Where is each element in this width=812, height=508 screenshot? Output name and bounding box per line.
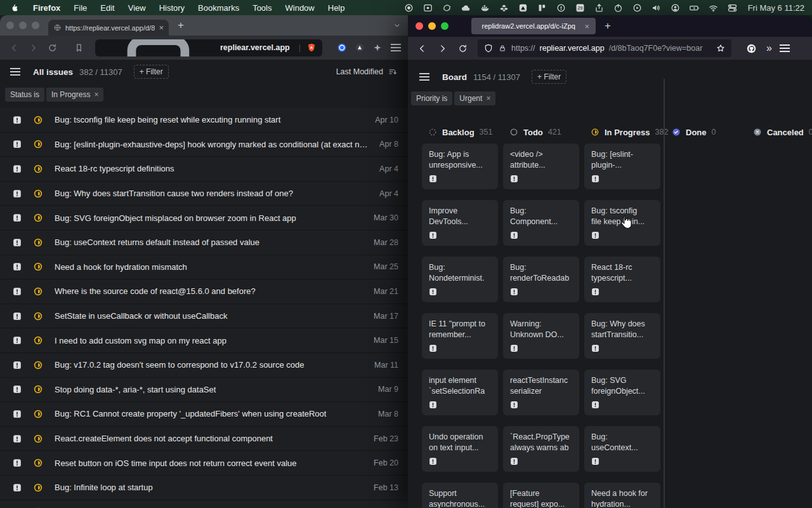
reload-button[interactable] — [455, 41, 470, 56]
zoom-window-button[interactable] — [441, 22, 449, 30]
bookmark-icon[interactable] — [71, 40, 86, 55]
issue-card[interactable]: Need a hook forhydration... — [584, 483, 660, 508]
issue-row[interactable]: SetState in useCallback or without useCa… — [0, 304, 408, 329]
back-button[interactable] — [6, 40, 22, 55]
issue-card[interactable]: IE 11 "prompt toremember... — [422, 313, 498, 359]
issue-card[interactable]: Undo operationon text input... — [422, 426, 498, 472]
cloud-icon[interactable] — [461, 3, 471, 13]
browser-menu-button[interactable] — [780, 44, 790, 52]
dropbox-icon[interactable] — [499, 3, 509, 13]
menu-history[interactable]: History — [159, 3, 185, 13]
close-window-button[interactable] — [416, 22, 423, 30]
docker-icon[interactable] — [480, 3, 490, 13]
issue-row[interactable]: Bug: tsconfig file keep being reset whil… — [0, 108, 408, 133]
issue-row[interactable]: Need a hook for hydration mismatchMar 25 — [0, 255, 408, 280]
tracking-protection-shield-icon[interactable] — [483, 43, 494, 53]
back-button[interactable] — [414, 41, 429, 56]
minimize-window-button[interactable] — [19, 22, 27, 29]
power-icon[interactable] — [613, 3, 624, 13]
filter-value-chip[interactable]: Urgent × — [454, 91, 495, 105]
extensions-icon[interactable] — [370, 41, 384, 55]
issue-row[interactable]: [DevTools Bug] Unsupported Bridge operat… — [0, 500, 408, 508]
menu-tools[interactable]: Tools — [252, 3, 272, 13]
calendar-icon[interactable]: 29 — [575, 3, 586, 13]
upload-icon[interactable] — [594, 3, 605, 13]
sync-icon[interactable] — [442, 3, 452, 13]
play-icon[interactable] — [632, 3, 643, 13]
new-tab-button[interactable]: + — [605, 20, 611, 32]
close-window-button[interactable] — [6, 22, 14, 29]
sort-control[interactable]: Last Modified — [336, 67, 398, 77]
issue-row[interactable]: Bug: Why does startTransition cause two … — [0, 182, 408, 206]
issue-row[interactable]: Bug: RC1 Cannot create property '_update… — [0, 402, 408, 427]
menu-view[interactable]: View — [128, 3, 146, 13]
tab-close-icon[interactable]: × — [159, 23, 164, 32]
menu-file[interactable]: File — [74, 3, 87, 13]
issue-card[interactable]: <video />attribute... — [503, 144, 579, 189]
privacy-badger-extension-icon[interactable] — [353, 41, 367, 55]
filter-field-chip[interactable]: Priority is — [411, 91, 452, 105]
issue-card[interactable]: input element`setSelectionRa — [422, 370, 498, 415]
issue-card[interactable]: `React.PropTypealways warns ab — [503, 426, 579, 472]
vercel-icon[interactable] — [518, 3, 528, 13]
one-password-icon[interactable] — [556, 3, 566, 13]
remove-filter-icon[interactable]: × — [94, 90, 98, 99]
forward-button[interactable] — [435, 41, 450, 56]
issue-card[interactable]: Bug: tsconfigfile keep bein... — [584, 200, 660, 246]
screen-record-icon[interactable] — [403, 3, 414, 13]
menu-edit[interactable]: Edit — [100, 3, 114, 13]
zoom-window-button[interactable] — [32, 22, 39, 29]
issue-card[interactable]: Bug: SVGforeignObject... — [584, 370, 660, 415]
address-bar[interactable]: repliear.vercel.app /d/8bTaoq7F0e?status… — [95, 39, 322, 57]
issue-row[interactable]: Reset button on iOS time input does not … — [0, 451, 408, 476]
brave-shield-icon[interactable] — [306, 41, 317, 55]
issue-row[interactable]: React 18-rc typescript definitionsApr 4 — [0, 157, 408, 182]
issue-row[interactable]: I need to add custom svg map on my react… — [0, 328, 408, 353]
screen-capture-icon[interactable] — [422, 3, 433, 13]
remove-filter-icon[interactable]: × — [486, 94, 490, 103]
menu-firefox[interactable]: Firefox — [33, 3, 60, 13]
user-icon[interactable] — [670, 3, 681, 13]
issue-card[interactable]: ImproveDevTools... — [422, 200, 498, 246]
issue-card[interactable]: Bug: [eslint-plugin-... — [584, 144, 660, 189]
tab-close-icon[interactable]: × — [584, 22, 589, 30]
volume-icon[interactable] — [651, 3, 662, 13]
apple-menu-icon[interactable] — [10, 3, 20, 13]
menu-help[interactable]: Help — [328, 3, 345, 13]
issue-card[interactable]: [Featurerequest] expo... — [503, 483, 579, 508]
issue-card[interactable]: Supportasynchronous... — [422, 483, 498, 508]
reload-button[interactable] — [44, 40, 60, 55]
issue-card[interactable]: React 18-rctypescript... — [584, 257, 660, 302]
issue-row[interactable]: Bug: useContext returns default instead … — [0, 231, 408, 255]
tab-list-chevron-icon[interactable] — [393, 21, 402, 30]
issue-row[interactable]: React.createElement does not accept func… — [0, 427, 408, 451]
address-bar[interactable]: https:// repliear.vercel.app /d/8bTaoq7F… — [478, 39, 731, 57]
issue-card[interactable]: Bug:renderToReadab — [503, 257, 579, 302]
filter-value-chip[interactable]: In Progress × — [46, 88, 103, 102]
overflow-menu-icon[interactable]: » — [766, 43, 771, 54]
minimize-window-button[interactable] — [428, 22, 436, 30]
issue-card[interactable]: Warning:Unknown DO... — [503, 313, 579, 359]
menu-bookmarks[interactable]: Bookmarks — [198, 3, 239, 13]
forward-button[interactable] — [25, 40, 41, 55]
issue-card[interactable]: Bug: Why doesstartTransitio... — [584, 313, 660, 359]
app-sidebar-toggle[interactable] — [419, 73, 429, 81]
issue-card[interactable]: Bug:useContext... — [584, 426, 660, 472]
issue-row[interactable]: Bug: [eslint-plugin-exhaustive-deps] hoo… — [0, 133, 408, 157]
menu-bar-clock[interactable]: Fri May 6 11:22 — [748, 3, 804, 13]
issue-row[interactable]: Bug: v17.0.2 tag doesn't seem to corresp… — [0, 353, 408, 378]
github-extension-icon[interactable] — [745, 43, 757, 55]
add-filter-button[interactable]: + Filter — [532, 70, 566, 84]
board-scrollbar[interactable] — [664, 79, 665, 508]
bookmark-star-icon[interactable] — [716, 43, 726, 53]
add-filter-button[interactable]: + Filter — [134, 65, 169, 79]
app-sidebar-toggle[interactable] — [10, 68, 20, 76]
menu-window[interactable]: Window — [285, 3, 315, 13]
browser-tab[interactable]: https://repliear.vercel.app/d/8b × — [48, 20, 169, 36]
browser-tab[interactable]: replidraw2.vercel.app/d/c-iZpq × — [471, 18, 596, 34]
battery-charging-icon[interactable] — [689, 3, 700, 13]
one-password-extension-icon[interactable] — [335, 41, 349, 55]
issue-row[interactable]: Stop doing data-*, aria-*, start using d… — [0, 378, 408, 403]
window-tiles-icon[interactable] — [537, 3, 547, 13]
issue-row[interactable]: Where is the source code of react@15.6.0… — [0, 279, 408, 304]
